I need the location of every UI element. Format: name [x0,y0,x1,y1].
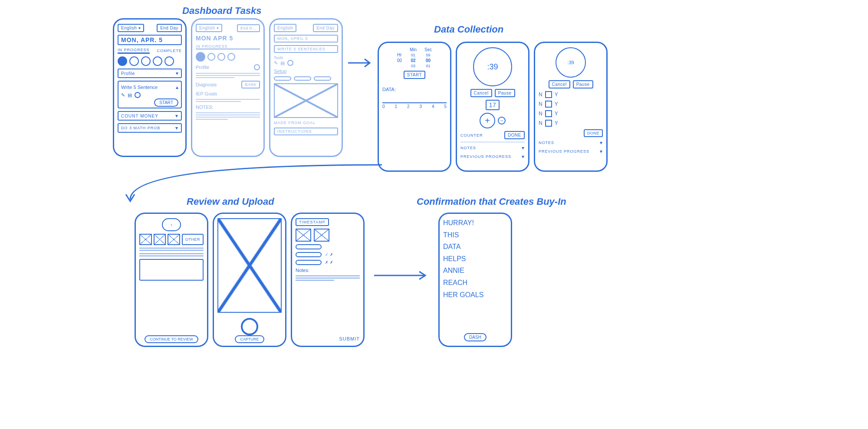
tools-label: Tools [274,56,338,60]
cancel-button[interactable]: Cancel [549,80,570,88]
tick-1: 1 [395,104,397,109]
counter-label: COUNTER [460,133,483,138]
other-button[interactable]: OTHER [182,234,204,245]
cloud-upload-icon[interactable]: ↑ [162,218,181,231]
count-value: 17 [486,100,500,110]
image-placeholder [274,83,338,118]
setup-pill[interactable] [314,76,331,81]
task-header: WRITE 5 SENTENCES [274,45,338,53]
sec-value-above: 59 [426,53,431,57]
timestamp-header: TIMESTAMP [296,218,329,226]
notes-accordion[interactable]: NOTES [539,141,554,145]
done-button[interactable]: DONE [504,131,525,139]
phone-dashboard-1: English ▾ End Day MON, Apr. 5 IN PROGRES… [113,18,187,157]
thumbnail[interactable] [168,234,180,245]
confirm-line-6: REACH [443,278,507,288]
capture-label: CAPTURE [235,335,264,343]
student-avatar-selected[interactable] [118,56,127,66]
continue-button[interactable]: CONTINUE TO REVIEW [145,335,198,343]
language-select[interactable]: English [274,24,296,32]
yn-row[interactable]: NY [539,110,603,117]
confirm-line-7: HER GOALS [443,290,507,300]
start-button[interactable]: START [154,98,178,107]
tab-in-progress[interactable]: IN PROGRESS [196,44,260,49]
submit-button[interactable]: SUBMIT [296,336,360,341]
tick-0: 0 [382,104,385,109]
phone-data-yn: :39 Cancel Pause NY NY NY NY DONE NOTES▾… [534,42,608,172]
student-avatar-selected[interactable] [196,52,205,62]
decrement-button[interactable]: − [498,117,506,124]
chevron-down-icon: ▾ [176,70,179,76]
setup-pill[interactable] [274,76,291,81]
student-avatar[interactable] [141,56,151,66]
checkbox[interactable] [545,120,552,127]
yn-row[interactable]: NY [539,120,603,127]
checkbox[interactable] [545,91,552,98]
tick-5: 5 [444,104,447,109]
notes-accordion[interactable]: NOTES [460,146,476,150]
min-value-below: 03 [411,64,415,68]
instructions-button[interactable]: INSTRUCTIONS [274,128,338,135]
task-title: COUNT MONEY [121,114,158,118]
setup-pill[interactable] [294,76,311,81]
language-select[interactable]: English ▾ [196,24,222,32]
tab-in-progress[interactable]: IN PROGRESS [118,48,150,54]
start-button[interactable]: START [404,71,425,79]
student-avatar[interactable] [217,53,225,61]
thumbnail[interactable] [296,229,311,242]
data-slider[interactable]: 0 1 2 3 4 5 [382,102,447,109]
student-avatar[interactable] [227,53,235,61]
chevron-down-icon: ▾ [600,148,603,154]
done-button[interactable]: DONE [584,129,603,137]
dash-button[interactable]: DASH [464,333,487,341]
data-pill [296,252,322,257]
task-card-write[interactable]: Write 5 Sentence ▴ ✎ ▤ START [118,81,182,108]
hr-label: Hr [397,52,402,57]
shutter-button[interactable] [241,318,258,335]
student-avatar[interactable] [207,53,215,61]
task-card-math[interactable]: DO 3 MATH PROB ▾ [118,123,182,133]
min-label: Min [410,47,417,52]
task-card-count-money[interactable]: COUNT MONEY ▾ [118,111,182,121]
thumbnail[interactable] [314,229,329,242]
yn-row[interactable]: NY [539,101,603,108]
thumbnail[interactable] [154,234,166,245]
task-title: Write 5 Sentence [121,85,158,90]
hr-value[interactable]: 00 [397,58,402,63]
profile-accordion[interactable]: Profile ▾ [118,69,182,78]
increment-button[interactable]: + [480,113,495,128]
language-select[interactable]: English ▾ [118,24,144,32]
section-title-dashboard: Dashboard Tasks [182,5,262,16]
yn-row[interactable]: NY [539,91,603,98]
sec-value-selected[interactable]: 00 [426,58,431,63]
confirm-line-5: ANNIE [443,266,507,275]
student-avatar[interactable] [129,56,139,66]
x-icon: ✗ ✗ [325,260,333,265]
end-day-button[interactable]: End D… [237,24,260,32]
student-avatar[interactable] [153,56,162,66]
chevron-down-icon: ▾ [175,113,178,119]
checkbox[interactable] [545,110,552,117]
n-label: N [539,92,542,98]
student-avatar[interactable] [164,56,174,66]
pause-button[interactable]: Pause [495,89,515,97]
pencil-icon: ✎ [274,60,278,66]
check-icon: ✓ ✗ [325,252,333,257]
user-icon [254,64,260,70]
timer-icon [135,92,141,98]
checkbox[interactable] [545,101,552,108]
end-day-button[interactable]: End Day [157,24,182,32]
min-value-selected[interactable]: 02 [411,58,415,63]
end-day-button[interactable]: End Day [313,24,338,32]
n-label: N [539,120,542,126]
copy-icon: ▤ [280,60,285,66]
data-pill [296,260,322,265]
tab-complete[interactable]: COMPLETE [157,49,182,53]
thumbnail[interactable] [139,234,152,245]
pause-button[interactable]: Pause [573,80,593,88]
prev-progress-accordion[interactable]: PREVIOUS PROGRESS [539,149,589,154]
confirm-line-3: DATA [443,242,507,252]
prev-progress-accordion[interactable]: PREVIOUS PROGRESS [460,154,511,159]
cancel-button[interactable]: Cancel [470,89,492,97]
bank-button[interactable]: BANK [241,81,260,88]
